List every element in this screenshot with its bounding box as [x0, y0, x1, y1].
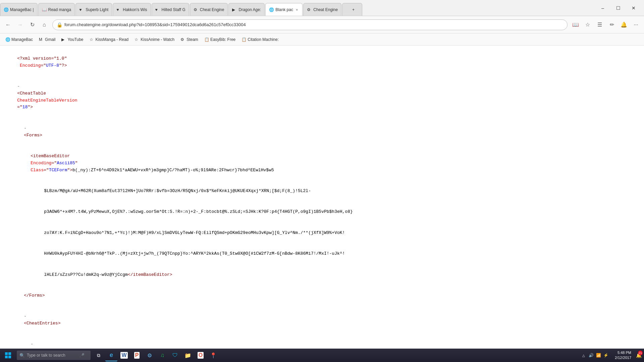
tab-dragon[interactable]: ▶Dragon Age:: [228, 3, 265, 16]
notifications-button[interactable]: 🔔: [619, 19, 629, 30]
tab-blank-label: Blank pac: [275, 7, 293, 12]
bookmark-icon: ☆: [90, 37, 94, 42]
bookmark-citation-machine:[interactable]: 📋Citation Machine:: [239, 36, 281, 43]
tray-power[interactable]: ⚡: [603, 352, 609, 358]
tray-volume[interactable]: 🔊: [588, 352, 594, 358]
tab-new[interactable]: +: [342, 3, 362, 16]
clock-date: 2/12/2017: [615, 355, 631, 360]
tab-hakkon[interactable]: ♥Hakkon's Wis: [113, 3, 151, 16]
svg-rect-1: [8, 352, 11, 355]
tab-blank[interactable]: 🌐Blank pac×: [265, 3, 303, 16]
bookmark-label: YouTube: [67, 37, 83, 42]
tabs-area: 🌐ManageBac |📖Read manga♥Superb Light♥Hak…: [0, 0, 592, 16]
nav-extras: 📖 ☆ ☰ ✏ 🔔 ···: [570, 19, 641, 30]
taskbar-office[interactable]: O: [195, 349, 207, 361]
search-icon: 🔍: [19, 353, 25, 358]
encoded-line-4: zo7AY:K.F=i%CgD+Haou9o*7N1,+*Yc)!)M:M@F)…: [34, 223, 637, 243]
spotify-icon: ♫: [160, 352, 164, 358]
notifications-area[interactable]: 🔔 21: [635, 349, 643, 361]
tab-cheat2-favicon: ⚙: [307, 7, 312, 12]
bookmark-managebac[interactable]: 🌐ManageBac: [3, 36, 36, 43]
edge-icon: e: [110, 352, 113, 359]
word-icon: W: [120, 352, 127, 359]
tab-cheat1[interactable]: ⚙Cheat Engine: [190, 3, 228, 16]
minimize-button[interactable]: –: [595, 0, 610, 16]
system-tray: △ 🔊 📶 ⚡: [578, 352, 611, 358]
tab-manga-favicon: 📖: [42, 7, 47, 12]
bookmark-icon: M: [39, 37, 44, 42]
tab-cheat1-favicon: ⚙: [194, 7, 198, 12]
notification-badge: 21: [638, 351, 643, 355]
tab-hilted-favicon: ♥: [155, 7, 160, 12]
bookmark-easybib:-free[interactable]: 📋EasyBib: Free: [202, 36, 238, 43]
url-input[interactable]: [64, 22, 563, 27]
task-view-button[interactable]: ⧉: [93, 349, 105, 361]
bookmark-steam[interactable]: ⚙Steam: [178, 36, 201, 43]
bookmark-icon: 🌐: [5, 37, 10, 42]
taskbar-search[interactable]: 🔍 🎤: [17, 351, 91, 360]
bookmark-icon: 📋: [241, 37, 246, 42]
taskbar-powerpoint[interactable]: P: [131, 349, 143, 361]
more-button[interactable]: ···: [631, 19, 641, 30]
tab-cheat2[interactable]: ⚙Cheat Engine: [303, 3, 341, 16]
tray-network[interactable]: 📶: [595, 352, 601, 358]
bookmark-label: Gmail: [45, 37, 55, 42]
tab-blank-close[interactable]: ×: [295, 7, 299, 12]
taskbar-word[interactable]: W: [118, 349, 130, 361]
forms-close: </Forms>: [13, 285, 637, 306]
bookmark-icon: ▶: [61, 37, 66, 42]
tab-dragon-favicon: ▶: [232, 7, 237, 12]
page-content: <?xml version="1.0" Encoding="UTF-8"?> -…: [0, 46, 644, 349]
clock[interactable]: 5:48 PM 2/12/2017: [612, 350, 634, 361]
item-base-editor-open: <itemBaseEditor Encoding="Ascii85" Class…: [20, 146, 637, 181]
tab-superb-label: Superb Light: [86, 7, 108, 12]
notes-button[interactable]: ✏: [606, 19, 617, 30]
tab-cheat2-label: Cheat Engine: [313, 7, 338, 12]
titlebar: 🌐ManageBac |📖Read manga♥Superb Light♥Hak…: [0, 0, 644, 16]
taskbar-maps[interactable]: 📍: [207, 349, 219, 361]
tab-managebac[interactable]: 🌐ManageBac |: [0, 3, 38, 16]
tray-expand[interactable]: △: [581, 352, 587, 358]
address-bar[interactable]: 🔒: [52, 19, 568, 30]
steam-icon: ⚙: [147, 352, 152, 359]
back-button[interactable]: ←: [3, 19, 13, 30]
bookmark-kissanime---watch[interactable]: ☆KissAnime - Watch: [132, 36, 177, 43]
ppt-icon: P: [134, 352, 140, 359]
tab-superb[interactable]: ♥Superb Light: [75, 3, 112, 16]
bookmark-youtube[interactable]: ▶YouTube: [59, 36, 86, 43]
svg-rect-3: [8, 356, 11, 358]
tab-cheat1-label: Cheat Engine: [200, 7, 224, 12]
taskbar-edge[interactable]: e: [105, 349, 117, 361]
tab-managebac-label: ManageBac |: [10, 7, 34, 12]
search-input[interactable]: [27, 353, 77, 358]
reading-view-button[interactable]: 📖: [570, 19, 581, 30]
maps-icon: 📍: [210, 352, 217, 359]
file-explorer-icon: 📁: [184, 352, 191, 359]
maximize-button[interactable]: ☐: [610, 0, 626, 16]
tab-manga[interactable]: 📖Read manga: [38, 3, 75, 16]
home-button[interactable]: ⌂: [39, 19, 50, 30]
tab-managebac-favicon: 🌐: [4, 7, 8, 12]
bookmark-icon: ⚙: [180, 37, 185, 42]
bookmark-kissmanga---read[interactable]: ☆KissManga - Read: [87, 36, 131, 43]
forward-button[interactable]: →: [15, 19, 25, 30]
encoded-line-2: $LBzm/M@gk/aU+M62R(Xum8afEut3?l2HN+]Uo7R…: [34, 181, 637, 201]
taskbar-steam[interactable]: ⚙: [144, 349, 156, 361]
bookmark-label: Steam: [186, 37, 198, 42]
taskbar-defender[interactable]: 🛡: [169, 349, 181, 361]
taskbar-spotify[interactable]: ♫: [156, 349, 168, 361]
refresh-button[interactable]: ↻: [27, 19, 38, 30]
favorites-button[interactable]: ☆: [582, 19, 593, 30]
cheat-table-open: - <CheatTable CheatEngineTableVersion ="…: [7, 76, 637, 118]
tab-hakkon-label: Hakkon's Wis: [123, 7, 147, 12]
lock-icon: 🔒: [57, 22, 62, 27]
encoded-line-5: H#WU0kAypFUY4HI-@bNrh6@*TkP..(Mj=zXtj+jw…: [34, 243, 637, 264]
taskbar-explorer[interactable]: 📁: [182, 349, 194, 361]
start-button[interactable]: [1, 349, 15, 361]
bookmark-icon: ☆: [135, 37, 139, 42]
hub-button[interactable]: ☰: [594, 19, 605, 30]
tab-hilted[interactable]: ♥Hilted Staff G: [152, 3, 189, 16]
defender-icon: 🛡: [172, 352, 178, 358]
close-button[interactable]: ✕: [626, 0, 641, 16]
bookmark-gmail[interactable]: MGmail: [36, 36, 58, 43]
